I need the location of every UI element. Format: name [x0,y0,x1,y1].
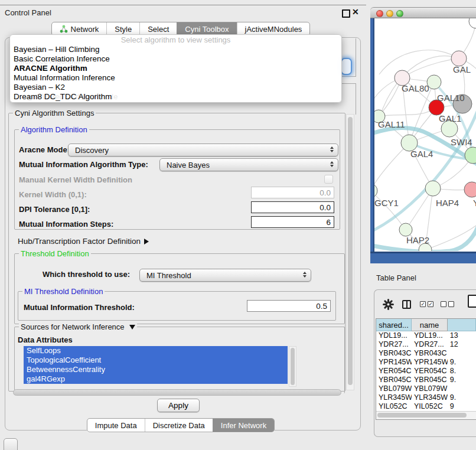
network-window-titlebar[interactable] [370,7,476,18]
bottom-tab-discretize-data[interactable]: Discretize Data [145,419,213,432]
table-cell: YBR045C [376,376,412,384]
algorithm-option-mutual-information-inference[interactable]: Mutual Information Inference [10,73,341,83]
column-header-shared[interactable]: shared... [376,319,412,331]
close-traffic-light-icon[interactable] [376,10,383,17]
minimize-traffic-light-icon[interactable] [386,10,393,17]
table-panel-title: Table Panel [376,273,416,282]
network-icon [60,25,68,33]
tab-select[interactable]: Select [139,22,177,35]
algorithm-option-aracne-algorithm[interactable]: ARACNE Algorithm [10,64,341,73]
close-icon[interactable]: ✕ [352,7,359,17]
manual-kernel-checkbox[interactable] [324,175,333,184]
column-header-2[interactable] [448,319,476,331]
network-node-label: Y [473,198,476,208]
bottom-tab-impute-data[interactable]: Impute Data [87,419,145,432]
network-canvas[interactable]: GALGAL80GAL10GAL1SWI4GAL11GAL4GCY1HAP4YH… [374,18,476,252]
table-row[interactable]: YIL052CYIL052C9 [376,402,476,411]
algorithm-option-basic-correlation-inference[interactable]: Basic Correlation Inference [10,54,341,64]
attribute-item-topologicalcoefficient[interactable]: TopologicalCoefficient [24,356,288,365]
algorithm-definition-title: Algorithm Definition [19,125,89,134]
algorithm-option-dream8-dc-tdc-algorithm[interactable]: Dream8 DC_TDC Algorithm [10,92,341,102]
table-row[interactable]: YBR045CYBR045C9. [376,376,476,384]
attribute-item-selfloops[interactable]: SelfLoops [24,346,288,356]
control-panel-title: Control Panel [5,8,51,17]
tab-jactivemnodules[interactable]: jActiveMNodules [237,22,310,35]
column-header-name[interactable]: name [412,319,448,331]
table-cell: 9 [448,402,476,411]
table-cell: 13 [448,331,476,340]
bottom-tab-label: Discretize Data [153,421,205,430]
mi-type-label: Mutual Information Algorithm Type: [19,160,148,169]
attributes-scrollbar[interactable] [289,346,296,387]
network-edge [402,58,459,78]
panel-mini-button[interactable] [4,438,18,450]
tab-cyni-toolbox[interactable]: Cyni Toolbox [177,22,236,35]
focused-combo-fragment[interactable] [341,58,352,75]
kernel-width-label: Kernel Width (0,1): [19,190,87,199]
network-node[interactable] [469,18,476,28]
bottom-tabs: Impute DataDiscretize DataInfer Network [0,418,361,432]
table-row[interactable]: YLR345WYLR345W9. [376,393,476,402]
table-row[interactable]: YDL19...YDL19...13 [376,331,476,340]
network-node-label: GAL [453,64,471,74]
group-border-fragment [341,83,356,115]
unchecked-boxes-icon[interactable] [441,301,454,307]
dpi-tolerance-field[interactable]: 0.0 [251,201,334,213]
tab-label: Style [115,25,132,34]
table-toolbar: ✓✓ [383,297,454,311]
table-cell: 9. [448,358,476,367]
table-row[interactable]: YDR27...YDR27...12 [376,340,476,349]
algorithm-option-bayesian-k2[interactable]: Bayesian – K2 [10,83,341,92]
network-node-label: SWI4 [451,137,472,147]
network-node-hap2[interactable] [399,223,412,236]
bottom-tab-infer-network[interactable]: Infer Network [213,419,274,432]
bottom-tab-label: Infer Network [221,421,266,430]
network-node-hap4[interactable] [425,181,441,196]
network-node[interactable] [465,147,476,164]
table-cell: 8. [448,367,476,376]
table-cell: YDL19... [412,331,448,340]
tab-network[interactable]: Network [52,22,107,35]
columns-icon[interactable] [402,300,411,309]
zoom-traffic-light-icon[interactable] [396,10,403,17]
table-cell: YPR145W [376,358,412,367]
table-cell: 9. [448,376,476,384]
table-row[interactable]: YER054CYER054C8. [376,367,476,376]
network-node-label: HAP2 [406,235,429,245]
gear-icon[interactable] [383,299,394,310]
threshold-definition-title: Threshold Definition [19,249,91,258]
table-row[interactable]: YBL079WYBL079W [376,384,476,393]
network-node-y[interactable] [464,182,476,197]
which-threshold-value: MI Threshold [146,271,191,280]
aracne-mode-select[interactable]: Discovery [68,144,338,156]
sources-title[interactable]: Sources for Network Inference [19,322,137,331]
hub-factor-expander[interactable]: Hub/Transcription Factor Definition [18,237,149,246]
document-icon[interactable] [468,295,476,308]
attribute-item-gal4rgexp[interactable]: gal4RGexp [24,374,288,384]
table-horizontal-scrollbar[interactable] [376,411,476,419]
table-row[interactable]: YPR145WYPR145W9. [376,358,476,367]
settings-vertical-scrollbar[interactable] [346,114,354,390]
apply-button[interactable]: Apply [157,399,200,412]
network-edge [425,224,476,250]
float-icon[interactable] [342,9,350,18]
tab-label: Select [148,25,169,34]
which-threshold-select[interactable]: MI Threshold [139,269,311,282]
mi-type-select[interactable]: Naive Bayes [159,158,338,171]
table-row[interactable]: YBR043CYBR043C [376,349,476,358]
network-node-label: HAP4 [436,198,459,208]
mi-steps-field[interactable]: 6 [251,216,334,228]
network-node-label: GAL10 [437,93,465,103]
algorithm-option-bayesian-hill-climbing[interactable]: Bayesian – Hill Climbing [10,45,341,54]
hub-factor-label: Hub/Transcription Factor Definition [18,237,141,246]
network-node-label: GAL4 [410,149,433,159]
mi-threshold-field[interactable]: 0.5 [247,300,331,312]
kernel-width-field[interactable]: 0.0 [251,187,334,198]
checked-boxes-icon[interactable]: ✓✓ [420,301,433,307]
table-cell: YBL079W [376,384,412,393]
settings-horizontal-scrollbar[interactable] [13,389,341,396]
tab-style[interactable]: Style [106,22,139,35]
attribute-item-betweennesscentrality[interactable]: BetweennessCentrality [24,365,288,374]
combo-arrows-icon [330,146,334,152]
table-cell: YDR27... [376,340,412,349]
